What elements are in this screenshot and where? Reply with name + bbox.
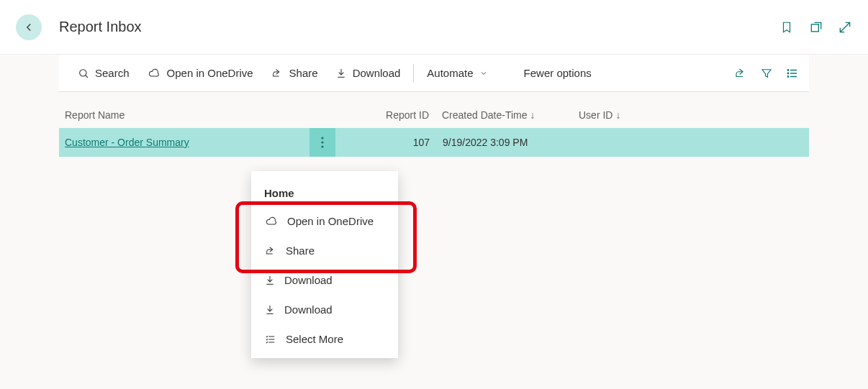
- content-card: Search Open in OneDrive Share Download A…: [59, 55, 809, 157]
- grid-header: Report Name Report ID Created Date-Time↓…: [59, 109, 809, 128]
- svg-point-7: [321, 145, 323, 147]
- column-created-label: Created Date-Time: [442, 109, 528, 121]
- search-label: Search: [95, 67, 130, 79]
- select-more-icon: [264, 334, 277, 345]
- column-user-id-label: User ID: [579, 109, 612, 121]
- automate-button[interactable]: Automate: [418, 55, 496, 91]
- popout-icon[interactable]: [809, 20, 823, 35]
- menu-select-more-label: Select More: [286, 333, 343, 345]
- sort-down-icon: ↓: [615, 109, 620, 121]
- chevron-down-icon: [479, 69, 488, 78]
- cell-report-name[interactable]: Customer - Order Summary: [65, 137, 309, 148]
- menu-select-more[interactable]: Select More: [251, 324, 398, 354]
- svg-point-4: [787, 75, 789, 77]
- download-icon: [264, 275, 276, 286]
- download-icon: [335, 68, 347, 79]
- download-label: Download: [353, 67, 401, 79]
- menu-open-onedrive-label: Open in OneDrive: [287, 215, 374, 227]
- column-report-name-label: Report Name: [65, 109, 125, 121]
- toolbar-separator: [413, 64, 414, 83]
- share-out-icon[interactable]: [734, 67, 747, 80]
- toolbar-right: [734, 67, 799, 80]
- search-button[interactable]: Search: [69, 55, 138, 91]
- automate-label: Automate: [427, 67, 473, 79]
- table-row[interactable]: Customer - Order Summary 107 9/19/2022 3…: [59, 128, 809, 157]
- open-onedrive-button[interactable]: Open in OneDrive: [138, 55, 262, 91]
- cell-created: 9/19/2022 3:09 PM: [443, 137, 579, 148]
- more-vertical-icon: [321, 137, 324, 148]
- share-label: Share: [289, 67, 318, 79]
- context-menu: Home Open in OneDrive Share Download Dow…: [251, 171, 398, 358]
- filter-icon[interactable]: [760, 67, 773, 80]
- menu-download-2-label: Download: [284, 303, 333, 316]
- svg-point-2: [787, 69, 789, 70]
- row-more-button[interactable]: [309, 128, 335, 157]
- column-created[interactable]: Created Date-Time↓: [442, 109, 579, 121]
- cell-report-id: 107: [374, 137, 443, 148]
- bookmark-icon[interactable]: [780, 20, 795, 35]
- grid: Report Name Report ID Created Date-Time↓…: [59, 92, 809, 157]
- sort-down-icon: ↓: [530, 109, 535, 121]
- column-report-id[interactable]: Report ID: [374, 109, 442, 121]
- download-icon: [264, 304, 276, 316]
- share-button[interactable]: Share: [262, 55, 327, 91]
- share-icon: [264, 245, 277, 257]
- svg-point-3: [787, 73, 789, 74]
- svg-point-5: [321, 137, 323, 139]
- share-icon: [271, 68, 284, 79]
- menu-download-1-label: Download: [284, 274, 333, 286]
- fewer-options-button[interactable]: Fewer options: [515, 55, 600, 91]
- menu-share[interactable]: Share: [251, 236, 398, 265]
- menu-share-label: Share: [286, 244, 315, 257]
- search-icon: [78, 68, 89, 79]
- menu-open-onedrive[interactable]: Open in OneDrive: [251, 206, 398, 236]
- svg-point-1: [80, 69, 86, 75]
- svg-point-6: [321, 141, 323, 143]
- download-button[interactable]: Download: [327, 55, 410, 91]
- column-report-id-label: Report ID: [386, 109, 429, 121]
- back-button[interactable]: [16, 14, 42, 40]
- page-header: Report Inbox: [0, 0, 868, 55]
- header-actions: [780, 20, 852, 35]
- arrow-left-icon: [22, 21, 35, 34]
- open-onedrive-label: Open in OneDrive: [167, 67, 253, 79]
- toolbar: Search Open in OneDrive Share Download A…: [59, 55, 809, 92]
- menu-download-2[interactable]: Download: [251, 295, 398, 324]
- page-title: Report Inbox: [59, 19, 142, 35]
- cloud-icon: [147, 68, 161, 79]
- list-icon[interactable]: [786, 67, 799, 80]
- column-report-name[interactable]: Report Name: [65, 109, 374, 121]
- cloud-icon: [264, 216, 279, 227]
- svg-rect-0: [811, 24, 818, 31]
- column-user-id[interactable]: User ID↓: [579, 109, 651, 121]
- expand-icon[interactable]: [838, 20, 852, 35]
- menu-download-1[interactable]: Download: [251, 265, 398, 295]
- context-menu-header: Home: [251, 175, 398, 206]
- fewer-options-label: Fewer options: [524, 67, 592, 79]
